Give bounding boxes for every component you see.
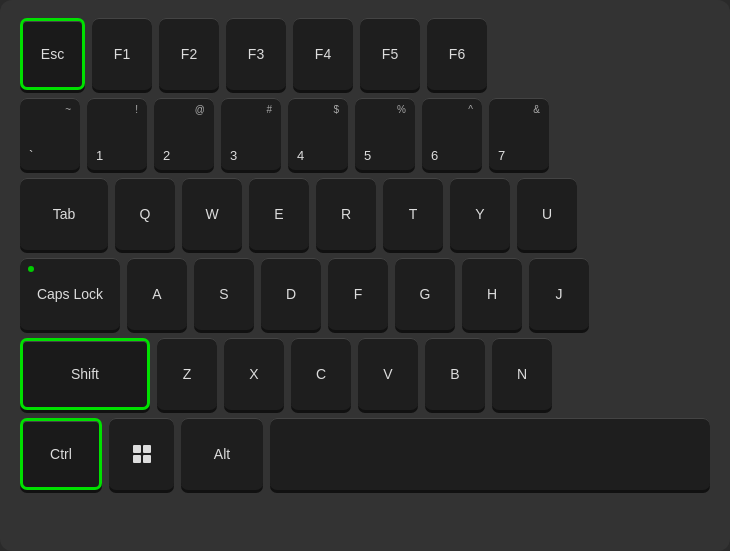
key-6[interactable]: ^ 6 xyxy=(422,98,482,170)
key-f4[interactable]: F4 xyxy=(293,18,353,90)
key-f5-label: F5 xyxy=(382,46,398,62)
key-f2[interactable]: F2 xyxy=(159,18,219,90)
key-f3[interactable]: F3 xyxy=(226,18,286,90)
row-fn: Esc F1 F2 F3 F4 F5 F6 xyxy=(20,18,710,90)
key-z[interactable]: Z xyxy=(157,338,217,410)
key-f1[interactable]: F1 xyxy=(92,18,152,90)
key-v[interactable]: V xyxy=(358,338,418,410)
row-shift: Shift Z X C V B N xyxy=(20,338,710,410)
key-f6-label: F6 xyxy=(449,46,465,62)
keyboard: Esc F1 F2 F3 F4 F5 F6 ~ ` ! 1 @ xyxy=(0,0,730,551)
row-num: ~ ` ! 1 @ 2 # 3 $ 4 % 5 ^ 6 & 7 xyxy=(20,98,710,170)
key-f6[interactable]: F6 xyxy=(427,18,487,90)
key-f3-label: F3 xyxy=(248,46,264,62)
row-ctrl: Ctrl Alt xyxy=(20,418,710,490)
row-asdf: Caps Lock A S D F G H J xyxy=(20,258,710,330)
key-g[interactable]: G xyxy=(395,258,455,330)
key-y[interactable]: Y xyxy=(450,178,510,250)
key-f4-label: F4 xyxy=(315,46,331,62)
windows-icon xyxy=(133,445,151,463)
caps-lock-indicator xyxy=(28,266,34,272)
key-esc-label: Esc xyxy=(41,46,64,62)
key-shift[interactable]: Shift xyxy=(20,338,150,410)
key-t[interactable]: T xyxy=(383,178,443,250)
key-3[interactable]: # 3 xyxy=(221,98,281,170)
key-w[interactable]: W xyxy=(182,178,242,250)
key-a[interactable]: A xyxy=(127,258,187,330)
key-e[interactable]: E xyxy=(249,178,309,250)
key-c[interactable]: C xyxy=(291,338,351,410)
key-s[interactable]: S xyxy=(194,258,254,330)
key-win[interactable] xyxy=(109,418,174,490)
key-q[interactable]: Q xyxy=(115,178,175,250)
key-u[interactable]: U xyxy=(517,178,577,250)
key-x[interactable]: X xyxy=(224,338,284,410)
key-space[interactable] xyxy=(270,418,710,490)
key-tilde[interactable]: ~ ` xyxy=(20,98,80,170)
key-f2-label: F2 xyxy=(181,46,197,62)
key-7[interactable]: & 7 xyxy=(489,98,549,170)
key-f[interactable]: F xyxy=(328,258,388,330)
key-alt[interactable]: Alt xyxy=(181,418,263,490)
key-n[interactable]: N xyxy=(492,338,552,410)
key-f1-label: F1 xyxy=(114,46,130,62)
key-r[interactable]: R xyxy=(316,178,376,250)
key-tab[interactable]: Tab xyxy=(20,178,108,250)
key-1[interactable]: ! 1 xyxy=(87,98,147,170)
key-caps-lock[interactable]: Caps Lock xyxy=(20,258,120,330)
key-j[interactable]: J xyxy=(529,258,589,330)
key-ctrl[interactable]: Ctrl xyxy=(20,418,102,490)
key-4[interactable]: $ 4 xyxy=(288,98,348,170)
key-b[interactable]: B xyxy=(425,338,485,410)
key-h[interactable]: H xyxy=(462,258,522,330)
key-f5[interactable]: F5 xyxy=(360,18,420,90)
key-esc[interactable]: Esc xyxy=(20,18,85,90)
row-qwerty: Tab Q W E R T Y U xyxy=(20,178,710,250)
key-5[interactable]: % 5 xyxy=(355,98,415,170)
key-2[interactable]: @ 2 xyxy=(154,98,214,170)
key-d[interactable]: D xyxy=(261,258,321,330)
